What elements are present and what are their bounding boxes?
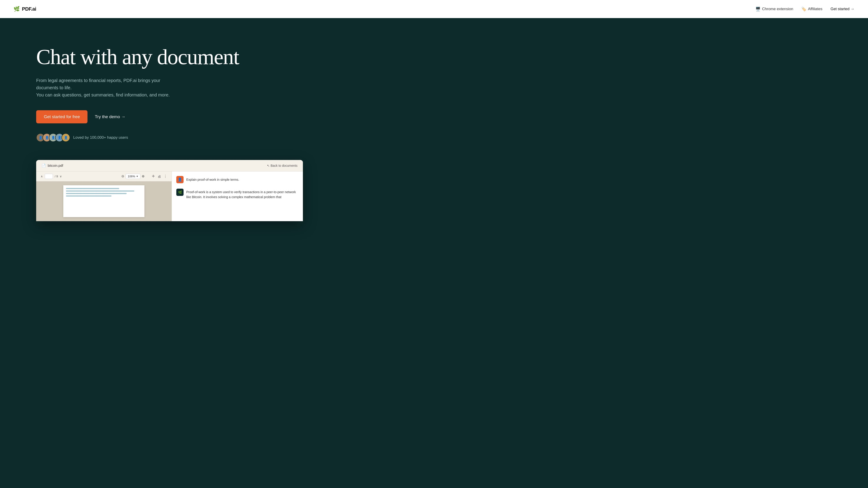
chrome-extension-label: Chrome extension xyxy=(762,7,793,11)
pdf-page-preview xyxy=(63,185,145,217)
navbar: 🌿 PDF.ai 🖥️ Chrome extension 🏷️ Affiliat… xyxy=(0,0,868,18)
pdf-section: 📄 bitcoin.pdf ↖ Back to documents ∧ 3 / … xyxy=(0,160,868,221)
page-next-button[interactable]: ∨ xyxy=(60,175,62,178)
page-prev-button[interactable]: ∧ xyxy=(41,175,43,178)
logo-text: PDF.ai xyxy=(22,6,36,12)
social-proof: 👤 👤 👤 👤 👤 Loved by 100,000+ happy users xyxy=(36,133,850,142)
ai-message-text: Proof-of-work is a system used to verify… xyxy=(186,189,298,200)
get-started-button[interactable]: Get started for free xyxy=(36,110,88,123)
chat-panel: 👤 Explain proof-of-work in simple terms.… xyxy=(172,171,303,221)
hero-title: Chat with any document xyxy=(36,45,240,69)
nav-get-started-label: Get started → xyxy=(831,7,855,11)
chrome-extension-icon: 🖥️ xyxy=(755,6,761,11)
user-avatar: 👤 xyxy=(176,176,184,183)
hero-section: Chat with any document From legal agreem… xyxy=(0,18,868,160)
nav-get-started-link[interactable]: Get started → xyxy=(831,7,855,11)
print-icon[interactable]: 🖨 xyxy=(158,174,161,178)
affiliates-label: Affiliates xyxy=(808,7,822,11)
pdf-page-nav: ∧ 3 / 9 ∨ xyxy=(41,174,62,179)
back-to-documents-link[interactable]: ↖ Back to documents xyxy=(267,164,298,167)
zoom-out-button[interactable]: ⊖ xyxy=(121,174,124,178)
affiliates-icon: 🏷️ xyxy=(801,6,806,11)
pdf-toolbar-icons: ✛ 🖨 ⋮ xyxy=(152,174,167,178)
pdf-content-area xyxy=(36,182,172,221)
hero-cta-row: Get started for free Try the demo → xyxy=(36,110,850,123)
page-separator: / 9 xyxy=(55,175,58,178)
ai-icon: 🌿 xyxy=(178,191,182,194)
zoom-in-button[interactable]: ⊕ xyxy=(142,174,145,178)
logo[interactable]: 🌿 PDF.ai xyxy=(13,6,36,12)
social-proof-text: Loved by 100,000+ happy users xyxy=(73,135,128,140)
hero-subtitle-line1: From legal agreements to financial repor… xyxy=(36,78,160,90)
pdf-page-background xyxy=(36,182,172,221)
pdf-viewer-container: 📄 bitcoin.pdf ↖ Back to documents ∧ 3 / … xyxy=(36,160,303,221)
pdf-file-icon: 📄 xyxy=(41,164,46,168)
pdf-zoom-value: 106% ▼ xyxy=(126,174,141,179)
page-number-input[interactable]: 3 xyxy=(45,174,53,179)
user-icon: 👤 xyxy=(178,177,182,182)
try-demo-button[interactable]: Try the demo → xyxy=(95,114,125,119)
pdf-zoom: ⊖ 106% ▼ ⊕ xyxy=(121,174,145,179)
hero-subtitle: From legal agreements to financial repor… xyxy=(36,77,181,98)
chrome-extension-link[interactable]: 🖥️ Chrome extension xyxy=(755,6,793,11)
hero-subtitle-line2: You can ask questions, get summaries, fi… xyxy=(36,92,170,97)
pdf-viewer-header: 📄 bitcoin.pdf ↖ Back to documents xyxy=(36,160,303,171)
pdf-toolbar: ∧ 3 / 9 ∨ ⊖ 106% ▼ ⊕ ✛ xyxy=(36,171,172,182)
fit-page-icon[interactable]: ✛ xyxy=(152,174,155,178)
nav-links: 🖥️ Chrome extension 🏷️ Affiliates Get st… xyxy=(755,6,855,11)
pdf-filename: 📄 bitcoin.pdf xyxy=(41,164,63,168)
pdf-left-panel: ∧ 3 / 9 ∨ ⊖ 106% ▼ ⊕ ✛ xyxy=(36,171,172,221)
avatar-5: 👤 xyxy=(61,133,70,142)
ai-avatar: 🌿 xyxy=(176,189,184,196)
pdf-viewer-body: ∧ 3 / 9 ∨ ⊖ 106% ▼ ⊕ ✛ xyxy=(36,171,303,221)
affiliates-link[interactable]: 🏷️ Affiliates xyxy=(801,6,822,11)
more-options-icon[interactable]: ⋮ xyxy=(164,174,167,178)
chat-message-user: 👤 Explain proof-of-work in simple terms. xyxy=(172,171,303,186)
logo-icon: 🌿 xyxy=(13,6,20,12)
avatar-stack: 👤 👤 👤 👤 👤 xyxy=(36,133,70,142)
chat-message-ai: 🌿 Proof-of-work is a system used to veri… xyxy=(172,186,303,202)
user-message-text: Explain proof-of-work in simple terms. xyxy=(186,176,239,182)
pdf-filename-text: bitcoin.pdf xyxy=(48,164,63,167)
